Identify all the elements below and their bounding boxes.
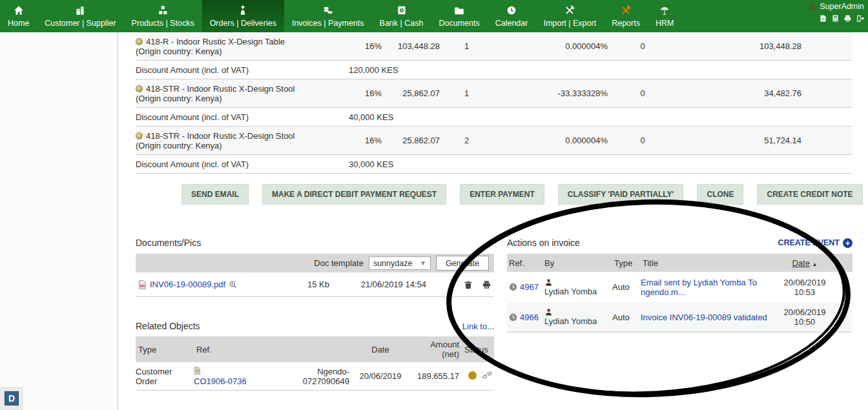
delete-file-icon[interactable] (464, 280, 473, 289)
event-ref-link[interactable]: 4966 (520, 313, 539, 322)
clone-button[interactable]: CLONE (697, 184, 743, 205)
create-event-link[interactable]: CREATE EVENT + (778, 238, 852, 248)
event-by[interactable]: Lydiah Yomba (542, 278, 612, 296)
note-icon[interactable] (819, 14, 827, 23)
orders-deliveries-icon (237, 3, 249, 17)
nav-item-import-export[interactable]: Import | Export (535, 0, 604, 32)
nav-item-reports[interactable]: Reports (604, 0, 648, 32)
discount-percent: 0.000004% (491, 136, 610, 145)
event-by[interactable]: Lydiah Yomba (542, 308, 612, 326)
actions-header: Ref. By Type Title Date ▲ (507, 254, 852, 272)
left-sidebar: D (0, 32, 118, 410)
logout-icon[interactable] (856, 14, 864, 23)
quantity: 2 (442, 136, 491, 145)
event-ref-link[interactable]: 4967 (520, 282, 539, 292)
event-clock-icon (509, 283, 517, 291)
unit-price: 103,448.28 (384, 41, 442, 51)
col-status: Status (462, 343, 482, 356)
send-email-button[interactable]: SEND EMAIL (181, 184, 249, 205)
invoice-lines-table: 418-R - Indoor Rustic X-Design Table (Or… (136, 32, 852, 174)
documents-icon (453, 3, 465, 17)
line-total: 34,482.76 (675, 88, 804, 98)
col-title: Title (641, 258, 774, 268)
related-objects-title: Related Objects (136, 321, 200, 331)
discount-label: Discount Amount (incl. of VAT) (136, 112, 349, 122)
progress-value: 0 (610, 88, 675, 98)
doc-template-value: sunnydaze (373, 259, 412, 268)
related-ref2: Ngendo- 0727090649 (281, 367, 352, 386)
nav-item-calendar[interactable]: Calendar (488, 0, 536, 32)
nav-label: Import | Export (543, 19, 596, 28)
debugbar-toggle[interactable]: D (0, 387, 23, 410)
create-credit-note-button[interactable]: CREATE CREDIT NOTE (757, 184, 862, 205)
sort-asc-icon: ▲ (812, 261, 818, 267)
print-file-icon[interactable] (482, 280, 491, 289)
debugbar-icon: D (5, 391, 19, 405)
line-total: 51,724.14 (675, 136, 804, 145)
event-clock-icon (509, 313, 517, 322)
direct-debit-request-button[interactable]: MAKE A DIRECT DEBIT PAYMENT REQUEST (262, 184, 446, 205)
event-title-link[interactable]: Email sent by Lydiah Yomba To ngendo.m..… (641, 278, 757, 297)
doc-template-label: Doc template (314, 258, 364, 268)
event-date: 20/06/2019 10:53 (774, 278, 836, 297)
line-total: 103,448.28 (675, 41, 804, 51)
order-ref-link[interactable]: CO1906-0736 (194, 376, 247, 386)
discount-percent: -33.333328% (491, 88, 610, 98)
actions-on-invoice-section: Actions on invoice CREATE EVENT + Ref. B… (507, 238, 852, 333)
progress-value: 0 (610, 41, 675, 51)
nav-item-customer-supplier[interactable]: Customer | Supplier (37, 0, 123, 32)
product-ref-label[interactable]: 418-STR - Indoor Rustic X-Design Stool (146, 131, 294, 141)
event-by-name: Lydiah Yomba (544, 287, 597, 296)
event-by-name: Lydiah Yomba (544, 316, 597, 326)
progress-value: 0 (610, 136, 675, 145)
col-type: Type (136, 343, 194, 356)
nav-item-documents[interactable]: Documents (431, 0, 487, 32)
print-icon[interactable] (843, 14, 852, 23)
status-badge (468, 371, 477, 380)
product-icon (136, 38, 143, 45)
preview-magnifier-icon[interactable] (229, 280, 237, 289)
nav-item-hrm[interactable]: HRM (648, 0, 681, 32)
nav-item-orders-deliveries[interactable]: Orders | Deliveries (202, 0, 284, 32)
invoice-action-buttons: SEND EMAIL MAKE A DIRECT DEBIT PAYMENT R… (181, 184, 868, 205)
user-menu[interactable]: SuperAdmin (808, 2, 864, 11)
link-to-link[interactable]: Link to... (462, 322, 494, 331)
line-description: 418-STR - Indoor Rustic X-Design Stool (… (136, 84, 349, 103)
nav-item-home[interactable]: Home (0, 0, 37, 32)
invoice-line-row: 418-STR - Indoor Rustic X-Design Stool (… (136, 79, 852, 108)
event-status-badge (840, 312, 849, 320)
nav-item-invoices-payments[interactable]: Invoices | Payments (284, 0, 372, 32)
event-title-link[interactable]: Invoice INV06-19-00089 validated (641, 313, 767, 322)
nav-label: Products | Stocks (132, 19, 194, 28)
discount-value: 120,000 KES (349, 65, 852, 75)
invoice-detail-page: Home Customer | Supplier Products | Stoc… (0, 0, 868, 410)
nav-label: HRM (656, 19, 674, 28)
calculator-icon[interactable] (831, 14, 840, 23)
product-ref-label[interactable]: 418-R - Indoor Rustic X-Design Table (146, 37, 285, 46)
doc-template-select[interactable]: sunnydaze ▼ (369, 256, 431, 270)
invoices-payments-icon (322, 3, 334, 17)
nav-item-bank-cash[interactable]: Bank | Cash (372, 0, 431, 32)
unlink-icon[interactable] (482, 371, 492, 380)
product-ref-label[interactable]: 418-STR - Indoor Rustic X-Design Stool (146, 84, 294, 94)
user-avatar-icon (544, 308, 553, 316)
document-link[interactable]: INV06-19-00089.pdf (150, 280, 225, 289)
nav-label: Home (8, 19, 29, 28)
line-description: 418-STR - Indoor Rustic X-Design Stool (… (136, 131, 349, 150)
col-date-sort[interactable]: Date ▲ (774, 258, 836, 268)
nav-label: Invoices | Payments (292, 19, 364, 28)
products-stocks-icon (157, 3, 169, 17)
invoice-line-row: 418-R - Indoor Rustic X-Design Table (Or… (136, 32, 852, 61)
generate-button[interactable]: Generate (436, 256, 489, 271)
nav-item-products-stocks[interactable]: Products | Stocks (124, 0, 202, 32)
document-file-row: PDF INV06-19-00089.pdf 15 Kb 21/06/2019 … (136, 272, 494, 297)
event-type: Auto (612, 313, 641, 322)
nav-label: Customer | Supplier (45, 19, 116, 28)
file-date: 21/06/2019 14:54 (329, 280, 426, 289)
col-amount: Amount (net) (409, 338, 462, 360)
nav-user-area: SuperAdmin (808, 2, 864, 23)
enter-payment-button[interactable]: ENTER PAYMENT (460, 184, 544, 205)
event-type: Auto (612, 282, 641, 292)
related-date: 20/06/2019 (352, 371, 409, 381)
classify-paid-partially-button[interactable]: CLASSIFY 'PAID PARTIALLY' (558, 184, 684, 205)
